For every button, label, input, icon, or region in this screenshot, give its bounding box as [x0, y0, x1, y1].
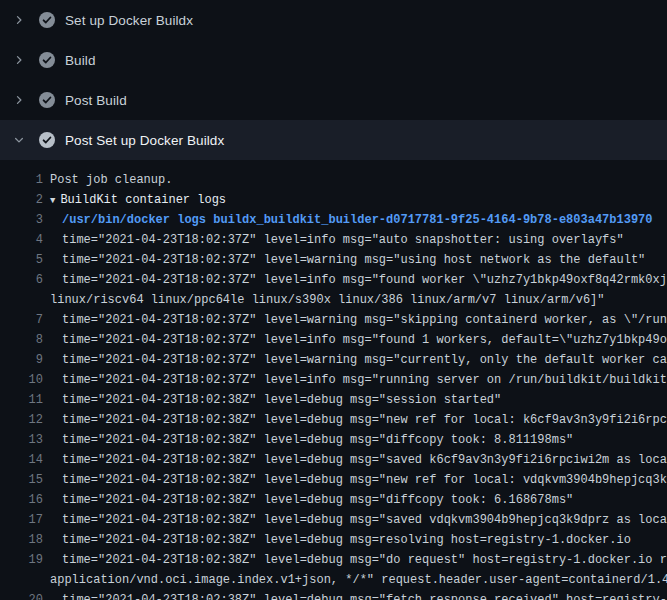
check-circle-icon — [39, 132, 55, 148]
log-line: 16time="2021-04-23T18:02:38Z" level=debu… — [0, 490, 667, 510]
step-row-post-set-up-docker-buildx[interactable]: Post Set up Docker Buildx — [0, 120, 667, 160]
log-line-number[interactable]: 11 — [0, 390, 43, 410]
log-line-text: time="2021-04-23T18:02:38Z" level=debug … — [62, 390, 501, 410]
group-expanded-triangle-icon: ▼ — [50, 196, 55, 206]
log-line-text: application/vnd.oci.image.index.v1+json,… — [50, 570, 667, 590]
log-line: 5time="2021-04-23T18:02:37Z" level=warni… — [0, 250, 667, 270]
log-line-number[interactable]: 13 — [0, 430, 43, 450]
log-line: 3/usr/bin/docker logs buildx_buildkit_bu… — [0, 210, 667, 230]
log-line-number[interactable]: 6 — [0, 270, 43, 290]
log-line-text: time="2021-04-23T18:02:38Z" level=debug … — [62, 470, 667, 490]
check-circle-icon — [39, 12, 55, 28]
log-line-text: time="2021-04-23T18:02:38Z" level=debug … — [62, 590, 667, 600]
log-line-text: time="2021-04-23T18:02:37Z" level=info m… — [62, 330, 667, 350]
chevron-right-icon — [13, 14, 25, 26]
log-line: 8time="2021-04-23T18:02:37Z" level=info … — [0, 330, 667, 350]
log-line-number[interactable]: 17 — [0, 510, 43, 530]
check-circle-icon — [39, 92, 55, 108]
log-line: 17time="2021-04-23T18:02:38Z" level=debu… — [0, 510, 667, 530]
step-label: Post Set up Docker Buildx — [65, 133, 224, 148]
log-line-number[interactable]: 1 — [0, 170, 43, 190]
log-line-text: time="2021-04-23T18:02:37Z" level=info m… — [62, 370, 667, 390]
step-row-post-build[interactable]: Post Build — [0, 80, 667, 120]
log-line: 1Post job cleanup. — [0, 170, 667, 190]
log-line-number[interactable]: 18 — [0, 530, 43, 550]
log-line-number[interactable]: 4 — [0, 230, 43, 250]
chevron-down-icon — [13, 134, 25, 146]
check-circle-icon — [39, 52, 55, 68]
log-line-number[interactable]: 19 — [0, 550, 43, 570]
group-label: BuildKit container logs — [60, 193, 226, 207]
log-line: linux/riscv64 linux/ppc64le linux/s390x … — [0, 290, 667, 310]
log-line-number[interactable]: 9 — [0, 350, 43, 370]
step-row-set-up-docker-buildx[interactable]: Set up Docker Buildx — [0, 0, 667, 40]
step-label: Post Build — [65, 93, 127, 108]
log-line-text: time="2021-04-23T18:02:38Z" level=debug … — [62, 550, 667, 570]
log-line: 7time="2021-04-23T18:02:37Z" level=warni… — [0, 310, 667, 330]
log-line-number[interactable]: 12 — [0, 410, 43, 430]
log-line-text: time="2021-04-23T18:02:37Z" level=warnin… — [62, 310, 667, 330]
log-line: 15time="2021-04-23T18:02:38Z" level=debu… — [0, 470, 667, 490]
log-line: application/vnd.oci.image.index.v1+json,… — [0, 570, 667, 590]
log-line-number[interactable]: 15 — [0, 470, 43, 490]
log-line-text: time="2021-04-23T18:02:38Z" level=debug … — [62, 450, 667, 470]
chevron-right-icon — [13, 54, 25, 66]
log-line-number[interactable]: 16 — [0, 490, 43, 510]
log-line: 2▼BuildKit container logs — [0, 190, 667, 210]
log-line-text: time="2021-04-23T18:02:37Z" level=info m… — [62, 230, 624, 250]
log-line-text: time="2021-04-23T18:02:38Z" level=debug … — [62, 430, 573, 450]
log-line-text: time="2021-04-23T18:02:37Z" level=info m… — [62, 270, 667, 290]
log-viewer: 1Post job cleanup.2▼BuildKit container l… — [0, 160, 667, 600]
log-line-text: time="2021-04-23T18:02:37Z" level=warnin… — [62, 250, 645, 270]
log-line-number[interactable]: 2 — [0, 190, 43, 210]
log-line: 14time="2021-04-23T18:02:38Z" level=debu… — [0, 450, 667, 470]
log-line: 9time="2021-04-23T18:02:37Z" level=warni… — [0, 350, 667, 370]
log-line: 11time="2021-04-23T18:02:38Z" level=debu… — [0, 390, 667, 410]
log-line-number[interactable]: 14 — [0, 450, 43, 470]
log-line-number[interactable]: 20 — [0, 590, 43, 600]
log-line: 20time="2021-04-23T18:02:38Z" level=debu… — [0, 590, 667, 600]
step-row-build[interactable]: Build — [0, 40, 667, 80]
log-line-number[interactable]: 10 — [0, 370, 43, 390]
log-line-text: time="2021-04-23T18:02:38Z" level=debug … — [62, 490, 573, 510]
log-line-number[interactable]: 3 — [0, 210, 43, 230]
workflow-steps-list: Set up Docker BuildxBuildPost BuildPost … — [0, 0, 667, 160]
log-line-text: time="2021-04-23T18:02:38Z" level=debug … — [62, 510, 667, 530]
log-line: 12time="2021-04-23T18:02:38Z" level=debu… — [0, 410, 667, 430]
log-line: 6time="2021-04-23T18:02:37Z" level=info … — [0, 270, 667, 290]
log-line-text: time="2021-04-23T18:02:37Z" level=warnin… — [62, 350, 667, 370]
step-label: Build — [65, 53, 96, 68]
chevron-right-icon — [13, 94, 25, 106]
log-line-number[interactable]: 5 — [0, 250, 43, 270]
log-line-number — [0, 290, 43, 310]
log-line: 13time="2021-04-23T18:02:38Z" level=debu… — [0, 430, 667, 450]
log-line-number[interactable]: 7 — [0, 310, 43, 330]
log-line: 18time="2021-04-23T18:02:38Z" level=debu… — [0, 530, 667, 550]
log-line: 4time="2021-04-23T18:02:37Z" level=info … — [0, 230, 667, 250]
log-line-number — [0, 570, 43, 590]
log-line-number[interactable]: 8 — [0, 330, 43, 350]
log-line: 10time="2021-04-23T18:02:37Z" level=info… — [0, 370, 667, 390]
log-group-toggle[interactable]: ▼BuildKit container logs — [50, 190, 226, 210]
log-line-text: time="2021-04-23T18:02:38Z" level=debug … — [62, 410, 667, 430]
log-line: 19time="2021-04-23T18:02:38Z" level=debu… — [0, 550, 667, 570]
step-label: Set up Docker Buildx — [65, 13, 193, 28]
log-line-text: time="2021-04-23T18:02:38Z" level=debug … — [62, 530, 631, 550]
log-command-text: /usr/bin/docker logs buildx_buildkit_bui… — [62, 210, 653, 230]
log-line-text: Post job cleanup. — [50, 170, 172, 190]
log-line-text: linux/riscv64 linux/ppc64le linux/s390x … — [50, 290, 605, 310]
